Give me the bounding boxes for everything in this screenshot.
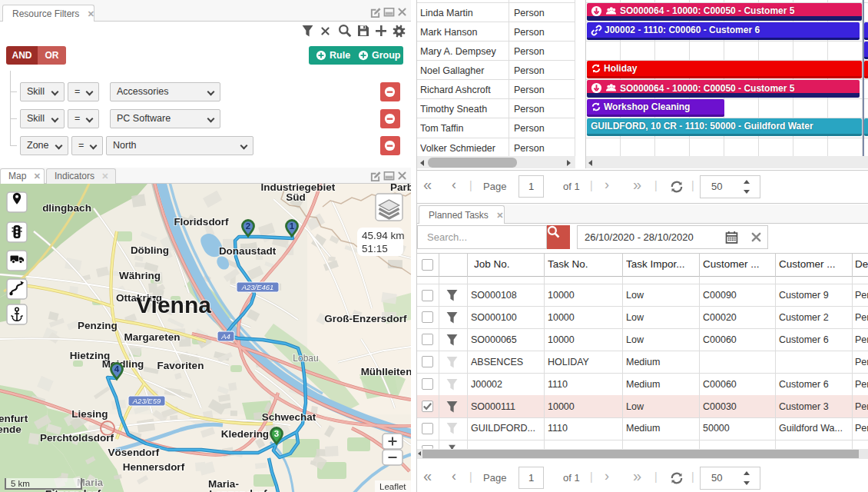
svg-text:Süd: Süd	[286, 191, 306, 203]
svg-text:Währing: Währing	[119, 270, 161, 281]
svg-text:Leaflet: Leaflet	[379, 482, 406, 491]
svg-text:Lanzendorf: Lanzendorf	[209, 488, 267, 492]
svg-text:Kledering: Kledering	[221, 428, 269, 440]
svg-text:Floridsdorf: Floridsdorf	[174, 216, 229, 228]
svg-text:A23/E461: A23/E461	[241, 283, 274, 291]
svg-text:dlingbach: dlingbach	[42, 202, 91, 214]
svg-text:enfurt: enfurt	[0, 413, 28, 424]
svg-text:Margareten: Margareten	[124, 331, 181, 343]
svg-text:5 km: 5 km	[11, 479, 30, 488]
svg-text:Vösendorf: Vösendorf	[108, 447, 160, 458]
svg-text:Hennersdorf: Hennersdorf	[123, 461, 185, 473]
svg-text:4: 4	[114, 364, 120, 374]
svg-text:3: 3	[274, 429, 279, 438]
svg-text:Penzing: Penzing	[78, 320, 118, 331]
svg-text:A23/E59: A23/E59	[132, 397, 161, 405]
svg-text:ende: ende	[0, 424, 22, 435]
svg-text:Parb: Parb	[390, 184, 411, 193]
svg-text:Vienna: Vienna	[136, 292, 211, 317]
svg-text:51:15: 51:15	[362, 243, 388, 254]
svg-text:A4: A4	[220, 332, 230, 341]
svg-text:Döbling: Döbling	[131, 244, 169, 256]
svg-text:2: 2	[246, 221, 250, 231]
svg-text:Mühlleiten: Mühlleiten	[361, 366, 411, 377]
svg-text:45.94 km: 45.94 km	[362, 230, 405, 241]
svg-text:Schwechat: Schwechat	[262, 411, 316, 423]
svg-text:Liesing: Liesing	[71, 408, 108, 420]
svg-text:Donaustadt: Donaustadt	[219, 245, 277, 257]
svg-text:Lobau: Lobau	[293, 353, 318, 364]
svg-text:Groß-Enzersdorf: Groß-Enzersdorf	[324, 313, 407, 324]
svg-text:Favoriten: Favoriten	[157, 360, 204, 371]
svg-text:Perchtoldsdorf: Perchtoldsdorf	[40, 432, 114, 444]
svg-text:1: 1	[290, 221, 295, 231]
